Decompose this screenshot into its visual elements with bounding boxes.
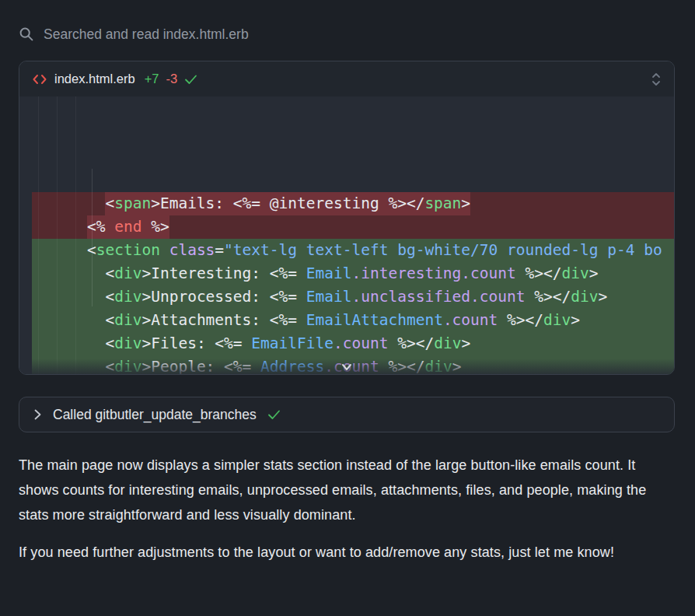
diff-code: <span>Emails: <%= @interesting %></span>… — [19, 96, 674, 375]
code-line: <div>Files: <%= EmailFile.count %></div> — [32, 332, 674, 355]
tool-call-row[interactable]: Called gitbutler_update_branches — [19, 397, 675, 432]
diff-filename: index.html.erb — [54, 72, 135, 86]
code-icon — [32, 73, 47, 86]
assistant-message: The main page now displays a simpler sta… — [19, 453, 676, 565]
success-check-icon — [184, 74, 197, 85]
code-line: <% end %> — [32, 215, 674, 239]
code-line: <section class="text-lg text-left bg-whi… — [32, 239, 674, 262]
check-icon — [267, 409, 281, 420]
assistant-paragraph: If you need further adjustments to the l… — [19, 540, 676, 565]
code-line: <div>Unprocessed: <%= Email.unclassified… — [32, 285, 674, 309]
tool-status-row: Searched and read index.html.erb — [19, 25, 676, 44]
tool-call-label: Called gitbutler_update_branches — [53, 407, 257, 423]
tool-status-label: Searched and read index.html.erb — [44, 26, 249, 43]
chevron-down-icon — [339, 363, 354, 372]
code-line: <div>Attachments: <%= EmailAttachment.co… — [32, 309, 674, 332]
diff-header[interactable]: index.html.erb +7 -3 — [19, 61, 674, 96]
search-icon — [19, 26, 34, 42]
chevron-right-icon — [33, 408, 42, 421]
deletions-count: -3 — [166, 72, 177, 86]
expand-collapse-icon[interactable] — [651, 71, 662, 88]
additions-count: +7 — [145, 72, 159, 86]
code-line: <div>Interesting: <%= Email.interesting.… — [32, 262, 674, 285]
assistant-paragraph: The main page now displays a simpler sta… — [19, 453, 676, 527]
diff-card: index.html.erb +7 -3 <span>Emails: <%= @… — [19, 61, 675, 375]
expand-diff-button[interactable] — [337, 362, 356, 373]
code-line: <span>Emails: <%= @interesting %></span> — [32, 192, 674, 215]
